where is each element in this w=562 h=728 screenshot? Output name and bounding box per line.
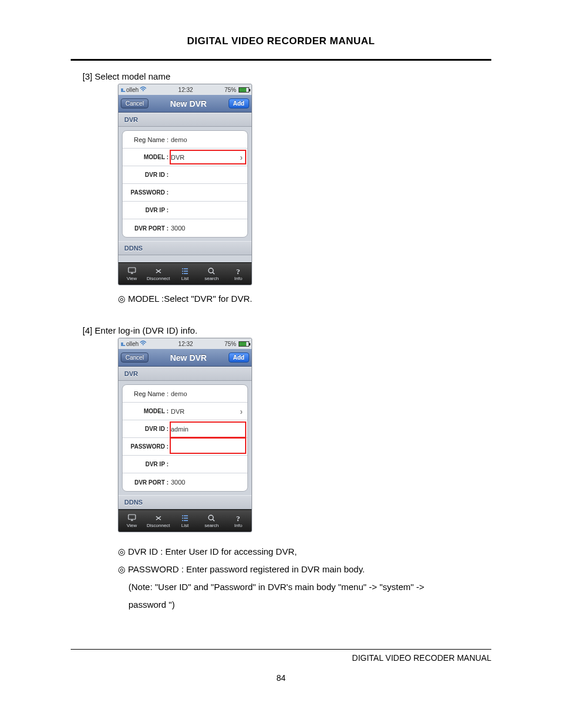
tab-view[interactable]: View bbox=[118, 510, 145, 532]
regname-label: Reg Name : bbox=[126, 390, 171, 397]
nav-bar: Cancel New DVR Add bbox=[118, 95, 252, 113]
dvr-form: Reg Name : demo MODEL : DVR › DVR ID : a… bbox=[122, 384, 248, 492]
row-dvrport[interactable]: DVR PORT : 3000 bbox=[123, 473, 247, 491]
section-dvr: DVR bbox=[118, 113, 252, 127]
regname-value: demo bbox=[171, 390, 187, 397]
row-dvrid[interactable]: DVR ID : admin bbox=[123, 420, 247, 438]
cutoff-area bbox=[118, 255, 252, 262]
cancel-button[interactable]: Cancel bbox=[121, 98, 148, 108]
tab-disconnect[interactable]: Disconnect bbox=[145, 510, 171, 532]
dvrid-value: admin bbox=[171, 426, 189, 433]
tab-list[interactable]: List bbox=[171, 510, 198, 532]
regname-label: Reg Name : bbox=[126, 136, 171, 143]
battery-pct: 75% bbox=[224, 87, 236, 93]
nav-title: New DVR bbox=[170, 353, 207, 363]
dvrport-value: 3000 bbox=[171, 225, 185, 232]
caption-note-2: password ") bbox=[118, 596, 491, 614]
clock: 12:32 bbox=[178, 341, 193, 347]
password-label: PASSWORD : bbox=[126, 443, 171, 450]
svg-point-1 bbox=[209, 268, 213, 273]
battery-pct: 75% bbox=[224, 341, 236, 347]
phone-screenshot-step4: ıı.. olleh 12:32 75% Cancel New DVR Add … bbox=[118, 338, 252, 532]
nav-title: New DVR bbox=[170, 99, 207, 108]
footer-right: DIGITAL VIDEO RECODER MANUAL bbox=[71, 653, 491, 663]
disconnect-icon bbox=[154, 267, 163, 275]
page-number: 84 bbox=[71, 673, 491, 683]
wifi-icon bbox=[140, 86, 147, 93]
caption-note-1: (Note: "User ID" and "Password" in DVR's… bbox=[118, 578, 491, 596]
section-ddns: DDNS bbox=[118, 241, 252, 255]
cancel-button[interactable]: Cancel bbox=[121, 353, 148, 363]
carrier-label: olleh bbox=[126, 341, 138, 347]
nav-bar: Cancel New DVR Add bbox=[118, 349, 252, 367]
tab-disconnect[interactable]: Disconnect bbox=[145, 263, 171, 285]
tab-view[interactable]: View bbox=[118, 263, 145, 285]
step3-heading: [3] Select model name bbox=[82, 71, 491, 81]
caption-dvrid: ◎ DVR ID : Enter User ID for accessing D… bbox=[118, 543, 491, 561]
chevron-right-icon: › bbox=[240, 407, 243, 416]
wifi-icon bbox=[140, 340, 147, 347]
row-dvrport[interactable]: DVR PORT : 3000 bbox=[123, 219, 247, 237]
tab-info[interactable]: ? Info bbox=[225, 510, 252, 532]
regname-value: demo bbox=[171, 136, 187, 143]
model-label: MODEL : bbox=[126, 408, 171, 414]
tab-search[interactable]: search bbox=[199, 510, 225, 532]
tab-search[interactable]: search bbox=[199, 263, 225, 285]
row-password[interactable]: PASSWORD : bbox=[123, 184, 247, 202]
tab-bar: View Disconnect List search ? Info bbox=[118, 509, 252, 532]
step4-heading: [4] Enter log-in (DVR ID) info. bbox=[82, 325, 491, 335]
dvrport-label: DVR PORT : bbox=[126, 479, 171, 486]
tab-info[interactable]: ? Info bbox=[225, 263, 252, 285]
monitor-icon bbox=[127, 267, 137, 275]
svg-rect-0 bbox=[128, 268, 135, 272]
svg-text:?: ? bbox=[236, 514, 240, 522]
dvrport-label: DVR PORT : bbox=[126, 225, 171, 232]
section-dvr: DVR bbox=[118, 367, 252, 381]
status-bar: ıı.. olleh 12:32 75% bbox=[118, 338, 252, 349]
row-model[interactable]: MODEL : DVR › bbox=[123, 403, 247, 420]
row-regname[interactable]: Reg Name : demo bbox=[123, 385, 247, 403]
list-icon bbox=[180, 267, 190, 275]
add-button[interactable]: Add bbox=[229, 98, 249, 108]
add-button[interactable]: Add bbox=[229, 353, 249, 363]
svg-text:?: ? bbox=[236, 267, 240, 275]
dvrid-label: DVR ID : bbox=[126, 172, 171, 178]
tab-list[interactable]: List bbox=[171, 263, 198, 285]
info-icon: ? bbox=[233, 514, 243, 522]
dvr-form: Reg Name : demo MODEL : DVR › DVR ID : P… bbox=[122, 130, 248, 238]
top-divider bbox=[71, 59, 491, 61]
row-password[interactable]: PASSWORD : bbox=[123, 438, 247, 456]
dvrport-value: 3000 bbox=[171, 479, 185, 486]
chevron-right-icon: › bbox=[240, 153, 243, 162]
battery-icon bbox=[239, 341, 249, 347]
document-title: DIGITAL VIDEO RECORDER MANUAL bbox=[71, 35, 491, 47]
battery-icon bbox=[239, 87, 249, 93]
row-dvrid[interactable]: DVR ID : bbox=[123, 166, 247, 184]
dvrid-label: DVR ID : bbox=[126, 426, 171, 432]
carrier-label: olleh bbox=[126, 87, 138, 93]
row-model[interactable]: MODEL : DVR › bbox=[123, 149, 247, 166]
caption-password: ◎ PASSWORD : Enter password registered i… bbox=[118, 561, 491, 578]
tab-bar: View Disconnect List search ? Info bbox=[118, 262, 252, 285]
row-regname[interactable]: Reg Name : demo bbox=[123, 131, 247, 149]
dvrip-label: DVR IP : bbox=[126, 207, 171, 213]
svg-rect-3 bbox=[128, 515, 135, 519]
signal-icon: ıı.. bbox=[121, 87, 125, 93]
row-dvrip[interactable]: DVR IP : bbox=[123, 456, 247, 473]
phone-screenshot-step3: ıı.. olleh 12:32 75% Cancel New DVR Add … bbox=[118, 84, 252, 285]
signal-icon: ıı.. bbox=[121, 341, 125, 347]
info-icon: ? bbox=[233, 267, 243, 275]
search-icon bbox=[207, 267, 216, 275]
model-value: DVR bbox=[171, 154, 184, 161]
password-label: PASSWORD : bbox=[126, 189, 171, 196]
search-icon bbox=[207, 514, 216, 522]
section-ddns: DDNS bbox=[118, 495, 252, 509]
row-dvrip[interactable]: DVR IP : bbox=[123, 202, 247, 219]
status-bar: ıı.. olleh 12:32 75% bbox=[118, 84, 252, 95]
caption-model: ◎ MODEL :Select "DVR" for DVR. bbox=[118, 290, 491, 308]
list-icon bbox=[180, 514, 190, 522]
bottom-divider bbox=[71, 649, 491, 650]
model-label: MODEL : bbox=[126, 154, 171, 160]
disconnect-icon bbox=[154, 514, 163, 522]
monitor-icon bbox=[127, 514, 137, 522]
